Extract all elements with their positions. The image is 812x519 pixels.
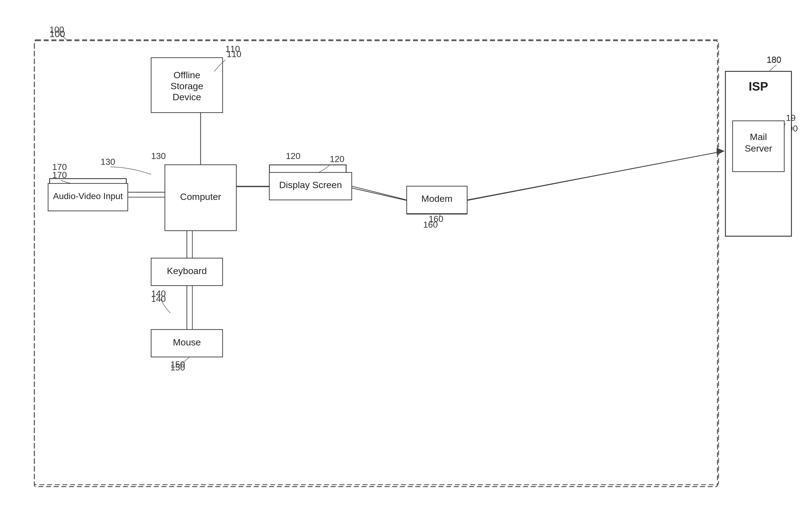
isp-boundary: ISP MailServer <box>725 71 791 236</box>
ref-150: 150 <box>170 363 185 373</box>
ref-140: 140 <box>151 294 166 304</box>
mail-server-box: MailServer <box>732 122 785 165</box>
svg-rect-18 <box>34 41 718 487</box>
svg-marker-17 <box>717 148 724 154</box>
keyboard-box: Keyboard <box>151 258 223 285</box>
svg-line-15 <box>346 187 407 201</box>
mouse-label: Mouse <box>173 337 201 349</box>
modem-box: Modem <box>407 187 467 214</box>
ref-170: 170 <box>52 162 67 172</box>
computer-box: Computer <box>165 165 236 231</box>
ref-100: 100 <box>50 25 64 35</box>
offline-storage-label: OfflineStorageDevice <box>170 67 203 103</box>
mail-server-label: MailServer <box>745 131 772 156</box>
svg-line-47 <box>352 186 407 200</box>
isp-label: ISP <box>747 78 770 94</box>
keyboard-label: Keyboard <box>167 266 207 278</box>
modem-label: Modem <box>421 194 452 207</box>
svg-line-48 <box>467 151 724 200</box>
svg-rect-0 <box>34 40 719 485</box>
ref-120: 120 <box>286 151 300 161</box>
offline-storage-box: OfflineStorageDevice <box>151 58 223 113</box>
mouse-box: Mouse <box>151 330 223 357</box>
diagram-container: 100 OfflineStorageDevice 110 Computer 13… <box>17 17 795 505</box>
ref-110: 110 <box>225 44 240 54</box>
computer-label: Computer <box>180 192 221 204</box>
display-screen-label: Display Screen <box>277 173 339 185</box>
ref-190: 190 <box>783 124 798 134</box>
ref-180: 180 <box>767 55 781 65</box>
svg-line-16 <box>467 151 724 201</box>
ref-130: 130 <box>151 151 166 161</box>
ref-160: 160 <box>423 220 438 230</box>
audio-video-label: Audio-Video Input <box>51 186 125 198</box>
connectors-svg: Computer Offline Storage Device 110 Disp… <box>17 17 795 505</box>
svg-text:130: 130 <box>100 157 115 167</box>
svg-marker-49 <box>717 148 724 155</box>
connector-lines <box>17 17 795 505</box>
display-screen-box: Display Screen <box>269 165 346 192</box>
svg-text:120: 120 <box>330 154 344 164</box>
audio-video-box: Audio-Video Input <box>50 179 126 206</box>
